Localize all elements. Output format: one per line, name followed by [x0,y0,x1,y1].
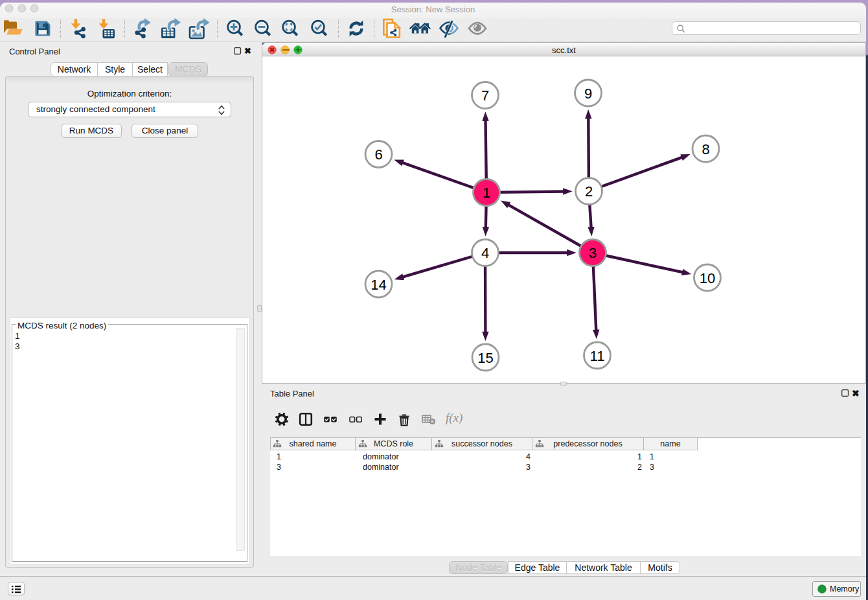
svg-text:4: 4 [481,245,489,261]
svg-text:1: 1 [483,185,490,201]
svg-text:9: 9 [584,86,592,102]
svg-text:2: 2 [585,183,593,200]
svg-text:14: 14 [371,277,386,293]
svg-text:15: 15 [477,350,493,366]
svg-text:7: 7 [481,87,489,104]
svg-text:10: 10 [700,270,715,286]
svg-text:3: 3 [589,245,597,261]
svg-text:6: 6 [374,146,382,163]
svg-text:11: 11 [590,348,605,364]
svg-text:8: 8 [702,141,709,157]
